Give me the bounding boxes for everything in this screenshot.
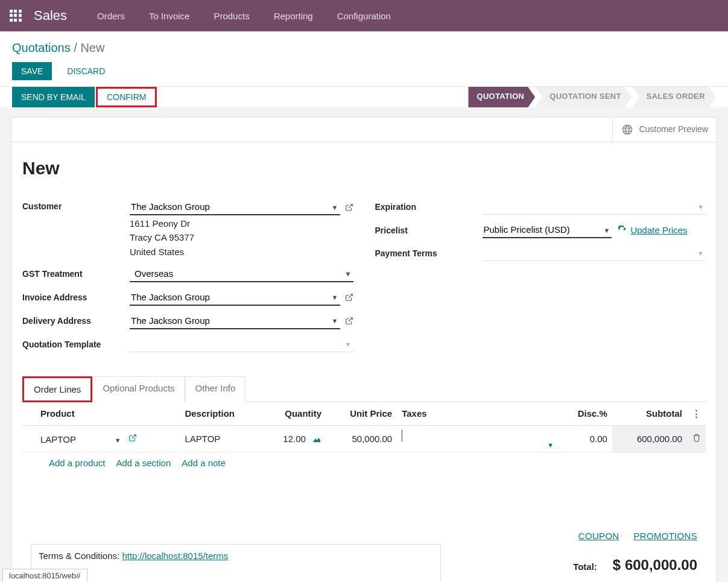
- customer-input[interactable]: [130, 199, 340, 215]
- total-value: $ 600,000.00: [613, 557, 697, 574]
- kebab-icon[interactable]: ⋮: [687, 402, 706, 426]
- top-menu-to-invoice[interactable]: To Invoice: [137, 5, 202, 27]
- product-cell[interactable]: LAPTOP: [40, 434, 76, 444]
- breadcrumb-sep: /: [74, 41, 77, 54]
- control-panel: Quotations / New SAVE DISCARD: [0, 31, 728, 86]
- globe-icon: [621, 124, 633, 136]
- chart-icon[interactable]: [312, 435, 321, 444]
- discount-cell[interactable]: 0.00: [559, 425, 612, 452]
- col-product: Product: [36, 402, 180, 426]
- discard-button[interactable]: DISCARD: [58, 62, 114, 80]
- col-subtotal: Subtotal: [612, 402, 687, 426]
- promotions-link[interactable]: PROMOTIONS: [633, 531, 697, 541]
- app-name[interactable]: Sales: [34, 8, 67, 24]
- payment-terms-input[interactable]: [483, 245, 706, 261]
- external-link-icon[interactable]: [345, 293, 353, 302]
- expiration-input[interactable]: [483, 199, 706, 215]
- add-section-link[interactable]: Add a section: [116, 458, 171, 468]
- external-link-icon[interactable]: [128, 433, 137, 443]
- gst-treatment-label: GST Treatment: [22, 269, 130, 279]
- action-bar: SEND BY EMAIL CONFIRM QUOTATION QUOTATIO…: [0, 86, 728, 107]
- quotation-template-label: Quotation Template: [22, 340, 130, 349]
- add-note-link[interactable]: Add a note: [182, 458, 226, 468]
- status-url: localhost:8015/web#: [2, 569, 87, 582]
- col-unit-price: Unit Price: [326, 402, 397, 426]
- col-disc: Disc.%: [559, 402, 612, 426]
- breadcrumb: Quotations / New: [12, 41, 716, 55]
- confirm-highlight: CONFIRM: [96, 87, 157, 107]
- customer-address: 1611 Peony Dr Tracy CA 95377 United Stat…: [130, 217, 353, 259]
- col-taxes: Taxes: [397, 402, 559, 426]
- top-menu: Orders To Invoice Products Reporting Con…: [85, 5, 403, 27]
- form-card: Customer Preview New Customer ▼: [11, 117, 717, 582]
- unit-price-cell[interactable]: 50,000.00: [326, 425, 397, 452]
- tab-other-info[interactable]: Other Info: [185, 376, 246, 402]
- invoice-address-label: Invoice Address: [22, 293, 130, 302]
- status-quotation[interactable]: QUOTATION: [468, 87, 535, 107]
- customer-label: Customer: [22, 199, 130, 211]
- terms-link[interactable]: http://localhost:8015/terms: [122, 551, 228, 561]
- send-by-email-button[interactable]: SEND BY EMAIL: [12, 87, 95, 107]
- col-quantity: Quantity: [261, 402, 327, 426]
- quantity-cell[interactable]: 12.00: [283, 434, 306, 444]
- caret-icon: ▼: [115, 437, 121, 444]
- customer-preview-button[interactable]: Customer Preview: [612, 118, 717, 142]
- update-prices-link[interactable]: Update Prices: [618, 225, 687, 235]
- tabs: Order Lines Optional Products Other Info: [22, 376, 706, 402]
- invoice-address-input[interactable]: [130, 289, 340, 306]
- expiration-label: Expiration: [375, 202, 483, 212]
- status-bar: QUOTATION QUOTATION SENT SALES ORDER: [468, 87, 716, 107]
- pricelist-input[interactable]: [483, 222, 612, 238]
- taxes-input[interactable]: [402, 429, 554, 441]
- terms-box[interactable]: Terms & Conditions: http://localhost:801…: [31, 544, 441, 582]
- external-link-icon[interactable]: [345, 203, 353, 212]
- tab-optional-products[interactable]: Optional Products: [92, 376, 185, 402]
- save-button[interactable]: SAVE: [12, 62, 52, 80]
- subtotal-cell: 600,000.00: [612, 425, 687, 452]
- quotation-template-input[interactable]: [130, 337, 353, 352]
- delivery-address-label: Delivery Address: [22, 316, 130, 326]
- top-menu-configuration[interactable]: Configuration: [325, 5, 403, 27]
- apps-icon[interactable]: [10, 10, 22, 22]
- refresh-icon: [618, 226, 627, 235]
- status-quotation-sent[interactable]: QUOTATION SENT: [535, 87, 632, 107]
- page-title: New: [22, 158, 706, 179]
- table-row[interactable]: LAPTOP ▼ LAPTOP 12.00 50,000.00 ▼: [22, 425, 706, 452]
- order-lines-table: Product Description Quantity Unit Price …: [22, 402, 706, 453]
- external-link-icon[interactable]: [345, 316, 353, 326]
- col-description: Description: [180, 402, 261, 426]
- top-menu-reporting[interactable]: Reporting: [262, 5, 325, 27]
- tab-order-lines[interactable]: Order Lines: [22, 376, 92, 402]
- add-product-link[interactable]: Add a product: [49, 458, 105, 468]
- confirm-button[interactable]: CONFIRM: [98, 89, 155, 106]
- payment-terms-label: Payment Terms: [375, 248, 483, 258]
- customer-preview-label: Customer Preview: [639, 124, 708, 135]
- top-menu-products[interactable]: Products: [201, 5, 261, 27]
- delivery-address-input[interactable]: [130, 313, 340, 329]
- top-menu-orders[interactable]: Orders: [85, 5, 137, 27]
- description-cell[interactable]: LAPTOP: [180, 425, 261, 452]
- breadcrumb-root[interactable]: Quotations: [12, 41, 71, 54]
- gst-treatment-input[interactable]: [130, 266, 353, 282]
- trash-icon[interactable]: [692, 434, 701, 442]
- breadcrumb-current: New: [80, 41, 104, 54]
- status-sales-order[interactable]: SALES ORDER: [632, 87, 716, 107]
- coupon-link[interactable]: COUPON: [578, 531, 619, 541]
- pricelist-label: Pricelist: [375, 226, 483, 235]
- caret-icon: ▼: [547, 441, 554, 449]
- total-label: Total:: [573, 561, 597, 572]
